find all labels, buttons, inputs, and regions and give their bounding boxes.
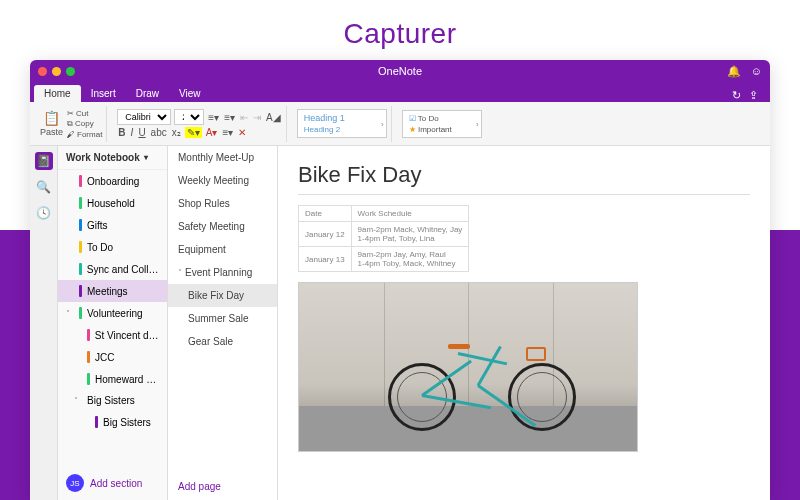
section-color-indicator [79, 263, 82, 275]
copy-icon: ⧉ [67, 119, 73, 129]
font-family-select[interactable]: Calibri [117, 109, 171, 125]
page-item[interactable]: Shop Rules [168, 192, 277, 215]
tab-draw[interactable]: Draw [126, 85, 169, 102]
strike-button[interactable]: abc [150, 127, 168, 138]
nav-rail: 📓 🔍 🕓 [30, 146, 58, 500]
page-item[interactable]: Weekly Meeting [168, 169, 277, 192]
chevron-right-icon: › [381, 119, 384, 128]
sections-sidebar: Work Notebook▾ OnboardingHouseholdGiftsT… [58, 146, 168, 500]
page-item[interactable]: Safety Meeting [168, 215, 277, 238]
notebooks-icon[interactable]: 📓 [35, 152, 53, 170]
indent-button[interactable]: ⇥ [252, 112, 262, 123]
page-canvas[interactable]: Bike Fix Day Date Work Schedule January … [278, 146, 770, 500]
page-label: Weekly Meeting [178, 175, 249, 186]
section-item[interactable]: Big Sisters [58, 411, 167, 433]
copy-button[interactable]: ⧉Copy [67, 119, 102, 129]
bold-button[interactable]: B [117, 127, 126, 138]
minimize-window-button[interactable] [52, 67, 61, 76]
page-item[interactable]: Equipment [168, 238, 277, 261]
section-item[interactable]: ˅Volunteering [58, 302, 167, 324]
ribbon: 📋 Paste ✂Cut ⧉Copy 🖌Format Calibri 20 ≡▾… [30, 102, 770, 146]
format-painter-button[interactable]: 🖌Format [67, 130, 102, 139]
paste-button[interactable]: 📋 Paste [40, 110, 63, 137]
tab-insert[interactable]: Insert [81, 85, 126, 102]
section-color-indicator [95, 416, 98, 428]
window-controls [38, 67, 75, 76]
outdent-button[interactable]: ⇤ [239, 112, 249, 123]
add-page-button[interactable]: Add page [168, 473, 277, 500]
highlight-button[interactable]: ✎▾ [185, 127, 202, 138]
pages-sidebar: Monthly Meet-UpWeekly MeetingShop RulesS… [168, 146, 278, 500]
font-size-select[interactable]: 20 [174, 109, 204, 125]
page-label: Equipment [178, 244, 226, 255]
share-icon[interactable]: ⇪ [749, 89, 758, 102]
add-section-button[interactable]: Add section [90, 478, 142, 489]
clear-format-button[interactable]: A◢ [265, 112, 282, 123]
styles-gallery[interactable]: Heading 1 Heading 2 › [297, 109, 387, 138]
section-label: Household [87, 198, 135, 209]
clipboard-icon: 📋 [43, 110, 60, 126]
section-color-indicator [79, 285, 82, 297]
section-color-indicator [79, 175, 82, 187]
table-row[interactable]: January 12 9am-2pm Mack, Whitney, Jay 1-… [299, 222, 469, 247]
section-item[interactable]: Sync and Colla... [58, 258, 167, 280]
titlebar: OneNote 🔔 ☺ [30, 60, 770, 82]
brand-title: Capturer [0, 0, 800, 62]
maximize-window-button[interactable] [66, 67, 75, 76]
section-item[interactable]: Meetings [58, 280, 167, 302]
section-label: JCC [95, 352, 114, 363]
schedule-table[interactable]: Date Work Schedule January 12 9am-2pm Ma… [298, 205, 469, 272]
chevron-down-icon: ˅ [74, 396, 82, 405]
section-item[interactable]: JCC [58, 346, 167, 368]
page-label: Bike Fix Day [188, 290, 244, 301]
page-label: Monthly Meet-Up [178, 152, 254, 163]
tab-home[interactable]: Home [34, 85, 81, 102]
tags-gallery[interactable]: ☑ To Do ★ Important › [402, 110, 482, 138]
search-icon[interactable]: 🔍 [35, 178, 53, 196]
embedded-image[interactable] [298, 282, 638, 452]
table-row[interactable]: January 13 9am-2pm Jay, Amy, Raul 1-4pm … [299, 247, 469, 272]
scissors-icon: ✂ [67, 109, 74, 118]
page-item[interactable]: Monthly Meet-Up [168, 146, 277, 169]
section-item[interactable]: Homeward B... [58, 368, 167, 390]
recent-icon[interactable]: 🕓 [35, 204, 53, 222]
align-button[interactable]: ≡▾ [221, 127, 234, 138]
section-label: Sync and Colla... [87, 264, 161, 275]
app-window: OneNote 🔔 ☺ Home Insert Draw View ↻ ⇪ 📋 … [30, 60, 770, 500]
section-color-indicator [79, 197, 82, 209]
sections-list: OnboardingHouseholdGiftsTo DoSync and Co… [58, 170, 167, 433]
section-label: Meetings [87, 286, 128, 297]
table-header-sched: Work Schedule [351, 206, 469, 222]
italic-button[interactable]: I [130, 127, 135, 138]
section-item[interactable]: Onboarding [58, 170, 167, 192]
notifications-icon[interactable]: 🔔 [727, 65, 741, 78]
section-item[interactable]: St Vincent de... [58, 324, 167, 346]
section-item[interactable]: Gifts [58, 214, 167, 236]
delete-button[interactable]: ✕ [237, 127, 247, 138]
cut-button[interactable]: ✂Cut [67, 109, 102, 118]
bullet-list-button[interactable]: ≡▾ [207, 112, 220, 123]
underline-button[interactable]: U [137, 127, 146, 138]
page-item[interactable]: Summer Sale [168, 307, 277, 330]
sync-icon[interactable]: ↻ [732, 89, 741, 102]
numbered-list-button[interactable]: ≡▾ [223, 112, 236, 123]
account-icon[interactable]: ☺ [751, 65, 762, 78]
section-color-indicator [87, 351, 90, 363]
tab-view[interactable]: View [169, 85, 211, 102]
notebook-selector[interactable]: Work Notebook▾ [58, 146, 167, 170]
close-window-button[interactable] [38, 67, 47, 76]
section-label: Big Sisters [103, 417, 151, 428]
section-item[interactable]: To Do [58, 236, 167, 258]
workspace: 📓 🔍 🕓 Work Notebook▾ OnboardingHousehold… [30, 146, 770, 500]
section-item[interactable]: ˅Big Sisters [58, 390, 167, 411]
user-avatar[interactable]: JS [66, 474, 84, 492]
page-item[interactable]: Gear Sale [168, 330, 277, 353]
font-color-button[interactable]: A▾ [205, 127, 219, 138]
page-item[interactable]: ˅Event Planning [168, 261, 277, 284]
page-item[interactable]: Bike Fix Day [168, 284, 277, 307]
section-item[interactable]: Household [58, 192, 167, 214]
section-label: Gifts [87, 220, 108, 231]
section-label: Big Sisters [87, 395, 135, 406]
page-title[interactable]: Bike Fix Day [298, 162, 750, 195]
subscript-button[interactable]: x₂ [171, 127, 182, 138]
